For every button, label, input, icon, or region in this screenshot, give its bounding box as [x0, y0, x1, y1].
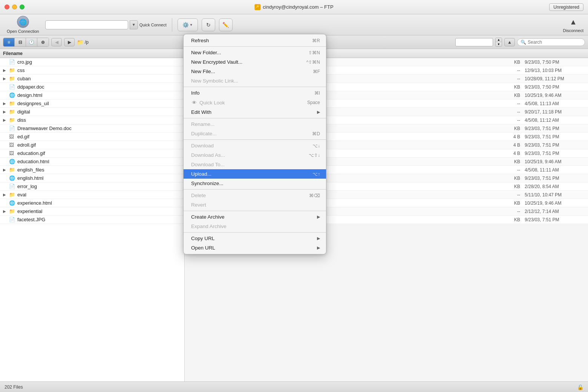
list-item[interactable]: 🖼 edroll.gif	[0, 141, 184, 149]
file-count: 202 Files	[5, 384, 23, 390]
list-item[interactable]: 📄 cro.jpg	[0, 58, 184, 66]
list-item[interactable]: ▶ 📁 designpres_uil	[0, 100, 184, 108]
list-item[interactable]: 📄 Dreamweaver Demo.doc	[0, 124, 184, 133]
action-gear-button[interactable]: ⚙️ ▼	[178, 18, 198, 31]
list-item[interactable]: 📄 facetest.JPG	[0, 216, 184, 224]
list-view-button[interactable]: ≡	[3, 38, 15, 46]
menu-item[interactable]: New Encrypted Vault...^⇧⌘N	[184, 57, 326, 67]
file-icon: 🌐	[9, 200, 16, 206]
menu-separator	[184, 87, 326, 87]
menu-item[interactable]: Synchronize...	[184, 179, 326, 188]
open-connection-icon: 🌐	[17, 16, 29, 28]
path-stepper-up[interactable]: ▲	[496, 38, 502, 42]
list-item[interactable]: 🖼 education.gif	[0, 149, 184, 158]
file-icon: 📄	[9, 59, 16, 65]
list-item[interactable]: 🌐 design.html	[0, 91, 184, 100]
menu-item[interactable]: New File...⌘F	[184, 67, 326, 76]
menu-item-left: Delete	[191, 193, 206, 198]
list-item[interactable]: ▶ 📁 eval	[0, 191, 184, 199]
menu-item[interactable]: Edit With▶	[184, 107, 326, 117]
file-size: --	[501, 101, 523, 106]
menu-item-label: Delete	[191, 193, 206, 198]
path-stepper-down[interactable]: ▼	[496, 42, 502, 46]
file-size: KB	[501, 217, 523, 222]
menu-item-left: Rename...	[191, 121, 214, 127]
list-item[interactable]: 🌐 english.html	[0, 174, 184, 182]
file-size: --	[501, 209, 523, 214]
expander-icon: ▶	[3, 118, 8, 122]
list-item[interactable]: ▶ 📁 digital	[0, 108, 184, 116]
file-size: --	[501, 118, 523, 123]
edit-icon: ✏️	[222, 22, 229, 28]
minimize-button[interactable]	[12, 5, 17, 9]
file-date: 9/23/03, 7:51 PM	[525, 176, 585, 181]
file-icon: 📁	[9, 76, 16, 81]
expander-icon: ▶	[3, 209, 8, 213]
app-icon: 🔑	[254, 4, 260, 10]
list-item[interactable]: 🖼 ed.gif	[0, 133, 184, 141]
list-item[interactable]: ▶ 📁 css	[0, 66, 184, 75]
list-item[interactable]: ▶ 📁 cuban	[0, 75, 184, 83]
file-name: english.html	[17, 175, 43, 181]
path-input[interactable]	[455, 38, 493, 46]
menu-item-left: Refresh	[191, 38, 209, 43]
list-item[interactable]: 📄 ddpaper.doc	[0, 83, 184, 91]
menu-item-label: Download As...	[191, 152, 225, 158]
open-connection-label: Open Connection	[7, 29, 39, 34]
menu-shortcut: ⌥↓	[312, 143, 320, 149]
file-pane: Filename 📄 cro.jpg ▶ 📁 css ▶ 📁 cuban 📄 d…	[0, 49, 185, 381]
forward-button[interactable]: ▶	[64, 38, 75, 46]
file-date: 12/9/13, 10:03 PM	[525, 68, 585, 73]
file-name: facetest.JPG	[17, 217, 45, 222]
menu-item[interactable]: Open URL▶	[184, 243, 326, 253]
file-date: 2/28/20, 8:54 AM	[525, 184, 585, 189]
expander-icon: ▶	[3, 110, 8, 114]
maximize-button[interactable]	[20, 5, 24, 9]
file-size: KB	[501, 126, 523, 131]
menu-item-label: Create Archive	[191, 214, 225, 220]
unregistered-button[interactable]: Unregistered	[549, 3, 583, 11]
refresh-icon: ↻	[206, 22, 211, 28]
menu-shortcut: ⌘I	[314, 90, 320, 96]
list-item[interactable]: ▶ 📁 experiential	[0, 207, 184, 216]
menu-item-left: Download As...	[191, 152, 225, 158]
bookmarks-button[interactable]: ⊛	[37, 38, 49, 46]
close-button[interactable]	[5, 5, 9, 9]
list-item[interactable]: ▶ 📁 diss	[0, 116, 184, 124]
column-view-button[interactable]: ⊟	[15, 38, 26, 46]
folder-icon: 📁	[77, 39, 83, 45]
list-item[interactable]: 🌐 education.html	[0, 158, 184, 166]
menu-item[interactable]: Copy URL▶	[184, 234, 326, 243]
list-item[interactable]: 🌐 experience.html	[0, 199, 184, 207]
file-name: Dreamweaver Demo.doc	[17, 126, 72, 131]
quick-connect-input[interactable]	[45, 20, 128, 29]
file-date: 9/23/03, 7:51 PM	[525, 217, 585, 222]
menu-item-left: Create Archive	[191, 214, 225, 220]
menu-item[interactable]: Upload...⌥↑	[184, 169, 326, 179]
up-directory-button[interactable]: ▲	[504, 38, 515, 46]
back-button[interactable]: ◀	[51, 38, 62, 46]
menu-separator	[184, 46, 326, 47]
file-date: 9/23/03, 7:50 PM	[525, 84, 585, 90]
context-menu: Refresh⌘RNew Folder...⇧⌘NNew Encrypted V…	[183, 34, 326, 254]
history-button[interactable]: 🕐	[26, 38, 37, 46]
menu-shortcut: ⌥⇧↓	[309, 153, 320, 158]
file-date: 10/28/09, 11:12 PM	[525, 76, 585, 81]
disconnect-button[interactable]: ▲ Disconnect	[563, 17, 583, 33]
menu-item[interactable]: Refresh⌘R	[184, 36, 326, 45]
menu-item[interactable]: New Folder...⇧⌘N	[184, 48, 326, 57]
quick-connect-dropdown[interactable]: ▼	[130, 20, 138, 29]
file-date: 4/5/08, 11:13 AM	[525, 101, 585, 106]
window-title: 🔑 cindyroy@cindyroyal.com – FTP	[254, 4, 333, 10]
search-input[interactable]	[528, 40, 580, 45]
menu-item-left: Edit With	[191, 109, 211, 115]
list-item[interactable]: 📄 error_log	[0, 182, 184, 191]
open-connection-button[interactable]: 🌐 Open Connection	[5, 14, 41, 35]
file-date: 9/23/03, 7:51 PM	[525, 142, 585, 148]
refresh-button[interactable]: ↻	[202, 18, 215, 31]
menu-item[interactable]: Info⌘I	[184, 88, 326, 98]
file-date: 10/25/19, 9:46 AM	[525, 159, 585, 164]
edit-button[interactable]: ✏️	[219, 18, 233, 31]
menu-item[interactable]: Create Archive▶	[184, 212, 326, 222]
list-item[interactable]: ▶ 📁 english_files	[0, 166, 184, 174]
